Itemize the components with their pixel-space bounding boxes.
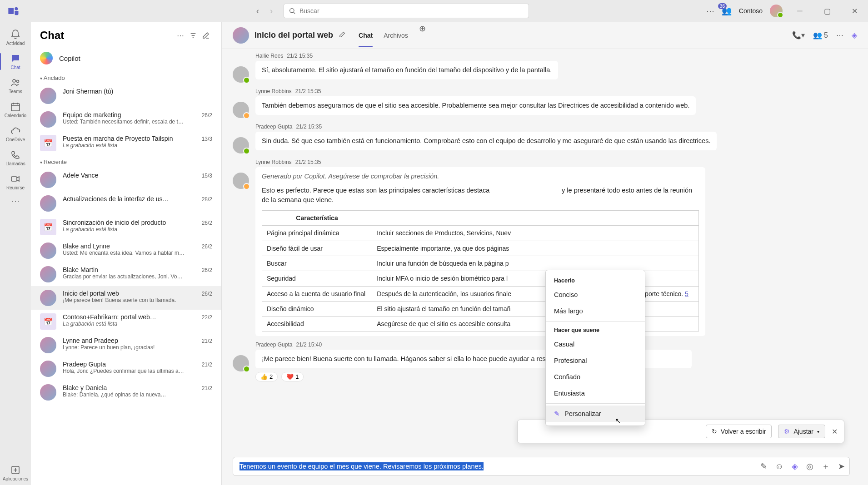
close-button[interactable]: ✕ (844, 4, 864, 18)
settings-ellipsis[interactable]: ⋯ (706, 6, 714, 16)
adjust-confident[interactable]: Confiado (546, 369, 645, 385)
new-chat-button[interactable] (200, 29, 212, 42)
chat-date: 26/2 (202, 267, 212, 273)
tab-files[interactable]: Archivos (384, 24, 408, 47)
chat-list-item[interactable]: Pradeep Gupta21/2Hola, Joni: ¿Puedes con… (31, 357, 221, 381)
rail-activity[interactable]: Actividad (0, 25, 31, 49)
chatlist-more[interactable]: ⋯ (174, 29, 187, 42)
table-row: Diseño fácil de usarEspecialmente import… (262, 241, 699, 256)
section-pinned[interactable]: Anclado (31, 71, 221, 84)
copilot-compose-button[interactable]: ◈ (792, 461, 798, 471)
people-button[interactable]: 👥 5 (813, 31, 828, 40)
chat-list-item[interactable]: Equipo de marketing26/2Usted: También ne… (31, 108, 221, 131)
chat-title: Joni Sherman (tú) (63, 88, 209, 95)
chat-list-item[interactable]: Lynne and Pradeep21/2Lynne: Parece un bu… (31, 333, 221, 357)
svg-point-1 (15, 7, 18, 10)
chat-list-item[interactable]: 📅Sincronización de inicio del producto26… (31, 215, 221, 239)
compose-box[interactable]: Tenemos un evento de equipo el mes que v… (233, 457, 850, 476)
chatlist-filter[interactable] (187, 29, 200, 42)
rewrite-close[interactable]: ✕ (832, 427, 838, 436)
chat-title: Blake and Lynne (63, 242, 198, 250)
chat-preview: Usted: Me encanta esta idea. Vamos a hab… (63, 250, 212, 256)
add-tab-button[interactable]: ⊕ (419, 24, 426, 47)
chat-list-item[interactable]: Joni Sherman (tú) (31, 84, 221, 108)
chat-avatar (40, 266, 56, 282)
adjust-concise[interactable]: Conciso (546, 287, 645, 303)
chat-list-item[interactable]: Blake and Lynne26/2Usted: Me encanta est… (31, 239, 221, 262)
adjust-section-tone: Hacer que suene (546, 323, 645, 336)
rail-meet[interactable]: Reunirse (0, 170, 31, 194)
adjust-custom[interactable]: ✎ Personalizar (546, 406, 645, 422)
rail-more[interactable]: ⋯ (0, 194, 31, 208)
edit-icon: ✎ (554, 410, 560, 417)
citation-link[interactable]: 5 (685, 290, 688, 297)
compose-input[interactable]: Tenemos un evento de equipo el mes que v… (238, 460, 757, 473)
maximize-button[interactable]: ▢ (817, 4, 837, 18)
conversation-body[interactable]: Hallie Rees21/2 15:35Sí, absolutamente. … (222, 49, 868, 451)
svg-rect-5 (11, 104, 20, 111)
message-avatar[interactable] (233, 66, 249, 83)
loop-button[interactable]: ◎ (806, 461, 813, 471)
message: Hallie Rees21/2 15:35Sí, absolutamente. … (233, 53, 850, 83)
chat-list-item[interactable]: 📅Contoso+Fabrikarn: portal web…22/2La gr… (31, 310, 221, 333)
message-avatar[interactable] (233, 102, 249, 118)
conv-more[interactable]: ⋯ (836, 31, 843, 40)
reaction[interactable]: 👍2 (255, 372, 278, 381)
chat-list-item[interactable]: Blake y Daniela21/2Blake: Daniela, ¿qué … (31, 381, 221, 404)
chat-list-item[interactable]: Actualizaciones de la interfaz de us…28/… (31, 192, 221, 215)
adjust-longer[interactable]: Más largo (546, 303, 645, 319)
rewrite-button[interactable]: ↻ Volver a escribir (706, 425, 772, 438)
calendar-icon (10, 101, 21, 112)
search-input[interactable] (299, 7, 524, 15)
format-button[interactable]: ✎ (760, 461, 767, 471)
message-avatar[interactable] (233, 173, 249, 189)
edit-title-button[interactable] (339, 31, 346, 40)
call-button[interactable]: 📞▾ (792, 31, 805, 40)
chat-title: Contoso+Fabrikarn: portal web… (63, 313, 198, 321)
chat-list-item[interactable]: 📅Puesta en marcha de Proyecto Tailspin13… (31, 131, 221, 155)
copilot-pane-button[interactable]: ◈ (852, 31, 857, 40)
titlebar: ‹ › ⋯ 👥 36 Contoso ─ ▢ ✕ (0, 0, 868, 22)
forward-button[interactable]: › (270, 6, 273, 16)
search-bar[interactable] (284, 4, 529, 18)
profile-avatar[interactable] (770, 5, 783, 17)
app-rail: Actividad Chat Teams Calendario OneDrive… (0, 22, 31, 485)
copilot-label: Copilot (59, 54, 80, 62)
rail-chat[interactable]: Chat (0, 49, 31, 74)
adjust-casual[interactable]: Casual (546, 336, 645, 352)
rail-teams[interactable]: Teams (0, 74, 31, 98)
chat-avatar: 📅 (40, 219, 56, 235)
video-icon (10, 173, 21, 184)
chat-title: Adele Vance (63, 172, 198, 179)
message-avatar[interactable] (233, 137, 249, 153)
minimize-button[interactable]: ─ (790, 4, 810, 18)
chat-avatar (40, 290, 56, 306)
chat-avatar: 📅 (40, 313, 56, 330)
conversation-avatar[interactable] (233, 27, 249, 44)
message-bubble: También debemos asegurarnos de que el si… (255, 96, 696, 115)
section-recent[interactable]: Reciente (31, 155, 221, 168)
back-button[interactable]: ‹ (256, 6, 259, 16)
rail-apps[interactable]: Aplicaciones (0, 461, 31, 485)
tab-chat[interactable]: Chat (359, 24, 373, 47)
send-button[interactable]: ➤ (838, 461, 845, 471)
svg-rect-0 (8, 8, 14, 14)
chat-list-item[interactable]: Blake Martin26/2Gracias por enviar las a… (31, 262, 221, 286)
notifications-button[interactable]: 👥 36 (722, 6, 732, 16)
rail-calendar[interactable]: Calendario (0, 98, 31, 122)
message: Pradeep Gupta21/2 15:40 ¡Me parece bien!… (233, 341, 850, 381)
reaction[interactable]: ❤️1 (281, 372, 304, 381)
message-avatar[interactable] (233, 355, 249, 371)
chat-list-item[interactable]: Adele Vance15/3 (31, 168, 221, 192)
copilot-entry[interactable]: Copilot (31, 47, 221, 71)
adjust-menu: Hacerlo Conciso Más largo Hacer que suen… (545, 270, 645, 426)
chat-list-item[interactable]: Inicio del portal web26/2¡Me parece bien… (31, 286, 221, 310)
emoji-button[interactable]: ☺ (775, 462, 783, 471)
rail-onedrive[interactable]: OneDrive (0, 122, 31, 146)
rail-calls[interactable]: Llamadas (0, 146, 31, 170)
attach-button[interactable]: ＋ (822, 461, 830, 472)
adjust-professional[interactable]: Profesional (546, 352, 645, 369)
adjust-button[interactable]: ⚙ Ajustar ▾ (778, 425, 825, 438)
chat-date: 21/2 (202, 338, 212, 344)
adjust-enthusiastic[interactable]: Entusiasta (546, 385, 645, 401)
